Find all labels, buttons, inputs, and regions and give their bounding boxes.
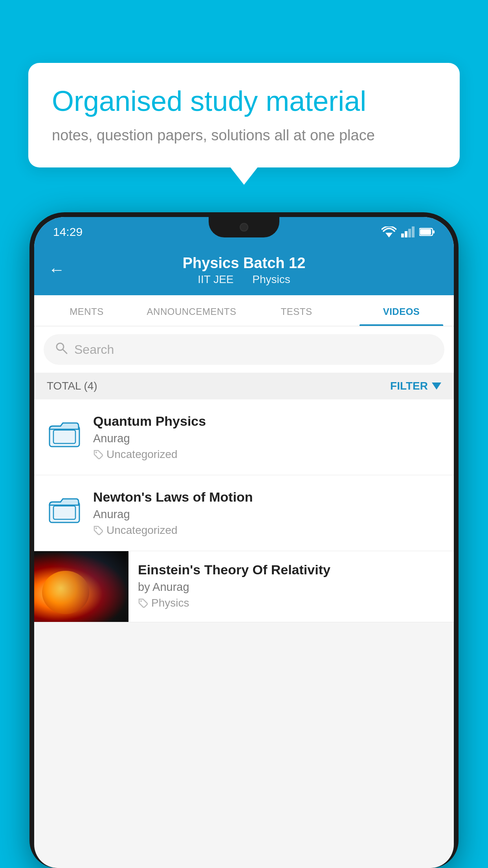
signal-icon xyxy=(401,226,415,237)
back-button[interactable]: ← xyxy=(48,260,65,279)
svg-rect-7 xyxy=(420,229,431,235)
status-time: 14:29 xyxy=(53,225,83,239)
app-header: ← Physics Batch 12 IIT JEE Physics xyxy=(34,244,454,295)
svg-rect-4 xyxy=(412,226,415,237)
search-bar[interactable]: Search xyxy=(44,334,444,365)
list-item[interactable]: Quantum Physics Anurag Uncategorized xyxy=(34,399,454,475)
search-placeholder: Search xyxy=(74,342,114,357)
svg-point-16 xyxy=(140,600,142,602)
video-author-2: Anurag xyxy=(93,508,441,521)
bubble-subtitle: notes, question papers, solutions all at… xyxy=(52,127,436,144)
tab-ments[interactable]: MENTS xyxy=(34,295,139,326)
status-icons xyxy=(382,226,435,237)
svg-point-15 xyxy=(95,528,97,529)
video-author-1: Anurag xyxy=(93,432,441,445)
search-container: Search xyxy=(34,326,454,373)
video-info-1: Quantum Physics Anurag Uncategorized xyxy=(93,414,441,461)
phone-notch xyxy=(209,217,279,237)
svg-line-9 xyxy=(63,349,67,353)
speech-bubble-card: Organised study material notes, question… xyxy=(28,63,460,167)
bubble-title: Organised study material xyxy=(52,85,436,118)
svg-point-12 xyxy=(95,452,97,453)
svg-rect-6 xyxy=(433,230,435,234)
video-thumbnail-3 xyxy=(34,551,128,622)
video-list: Quantum Physics Anurag Uncategorized xyxy=(34,399,454,622)
video-tag-2: Uncategorized xyxy=(93,524,441,537)
tab-videos[interactable]: VIDEOS xyxy=(349,295,454,326)
video-tag-3: Physics xyxy=(138,597,444,609)
svg-rect-2 xyxy=(405,231,407,237)
svg-marker-0 xyxy=(385,233,393,237)
page-background: Organised study material notes, question… xyxy=(0,0,488,868)
phone-frame: 14:29 xyxy=(29,212,459,868)
list-item[interactable]: Newton's Laws of Motion Anurag Uncategor… xyxy=(34,475,454,551)
tag-icon xyxy=(93,449,103,460)
subtitle-iit: IIT JEE xyxy=(198,273,233,285)
video-info-3: Einstein's Theory Of Relativity by Anura… xyxy=(128,551,454,620)
video-title-2: Newton's Laws of Motion xyxy=(93,489,441,505)
video-info-2: Newton's Laws of Motion Anurag Uncategor… xyxy=(93,489,441,537)
folder-icon-1 xyxy=(47,414,82,453)
filter-button[interactable]: FILTER xyxy=(390,380,441,392)
video-author-3: by Anurag xyxy=(138,581,444,594)
list-item[interactable]: Einstein's Theory Of Relativity by Anura… xyxy=(34,551,454,622)
tag-icon xyxy=(138,598,148,608)
tabs-bar: MENTS ANNOUNCEMENTS TESTS VIDEOS xyxy=(34,295,454,326)
filter-icon xyxy=(432,383,441,390)
wifi-icon xyxy=(382,226,396,237)
total-count: TOTAL (4) xyxy=(47,380,97,392)
phone-screen: 14:29 xyxy=(34,217,454,868)
folder-icon-2 xyxy=(47,489,82,529)
svg-rect-1 xyxy=(401,234,404,237)
search-icon xyxy=(55,341,68,358)
video-tag-1: Uncategorized xyxy=(93,448,441,461)
video-title-1: Quantum Physics xyxy=(93,414,441,429)
filter-bar: TOTAL (4) FILTER xyxy=(34,373,454,399)
svg-rect-3 xyxy=(408,229,411,237)
tab-tests[interactable]: TESTS xyxy=(244,295,349,326)
front-camera xyxy=(240,223,248,232)
tab-announcements[interactable]: ANNOUNCEMENTS xyxy=(139,295,244,326)
header-title: Physics Batch 12 xyxy=(50,255,438,272)
tag-icon xyxy=(93,525,103,535)
video-title-3: Einstein's Theory Of Relativity xyxy=(138,562,444,577)
header-subtitle: IIT JEE Physics xyxy=(50,273,438,286)
battery-icon xyxy=(419,228,435,236)
subtitle-physics: Physics xyxy=(252,273,290,285)
